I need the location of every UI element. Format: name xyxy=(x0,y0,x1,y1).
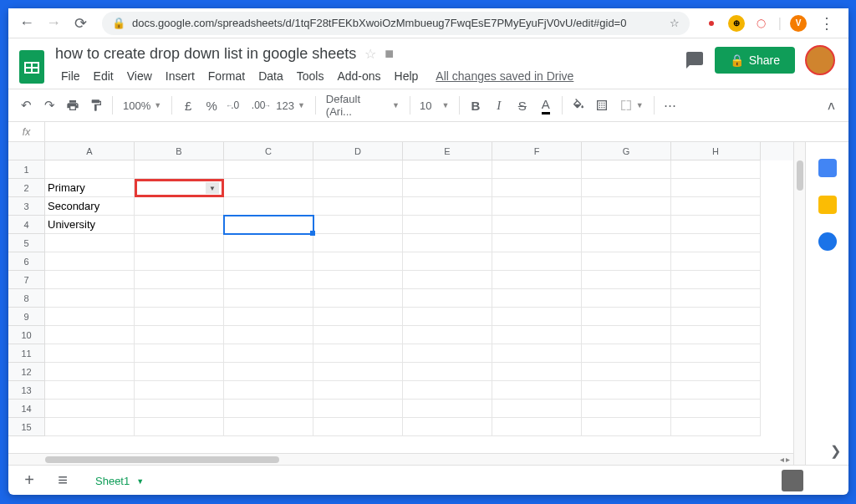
cell[interactable] xyxy=(313,216,403,234)
cell[interactable] xyxy=(671,363,761,381)
extension-icon-2[interactable]: ⊕ xyxy=(728,15,745,32)
cell[interactable] xyxy=(671,160,761,179)
column-header-F[interactable]: F xyxy=(492,142,582,160)
cell[interactable] xyxy=(313,179,403,197)
menu-insert[interactable]: Insert xyxy=(160,66,201,86)
undo-button[interactable]: ↶ xyxy=(15,94,37,116)
cell[interactable] xyxy=(403,363,492,381)
cell[interactable] xyxy=(403,400,492,418)
cell[interactable] xyxy=(313,381,403,400)
menu-help[interactable]: Help xyxy=(389,66,425,86)
cell[interactable] xyxy=(671,326,761,344)
cell[interactable] xyxy=(582,326,671,344)
cell[interactable] xyxy=(45,308,135,326)
increase-decimal-button[interactable]: .00→ xyxy=(247,94,269,116)
saved-status[interactable]: All changes saved in Drive xyxy=(436,69,573,83)
sheet-tab[interactable]: Sheet1▼ xyxy=(84,468,155,492)
cell[interactable] xyxy=(582,308,671,326)
zoom-dropdown[interactable]: 100%▼ xyxy=(118,99,166,112)
cell[interactable] xyxy=(403,252,492,271)
horizontal-scrollbar[interactable]: ◂▸ xyxy=(8,453,793,465)
cell[interactable] xyxy=(224,418,313,436)
column-header-H[interactable]: H xyxy=(671,142,761,160)
cell[interactable] xyxy=(582,234,671,252)
cell[interactable] xyxy=(492,160,582,179)
cell[interactable] xyxy=(582,381,671,400)
number-format-dropdown[interactable]: 123▼ xyxy=(271,99,310,112)
sheets-logo[interactable] xyxy=(15,45,48,89)
cell[interactable] xyxy=(313,326,403,344)
cell[interactable] xyxy=(135,308,224,326)
cell[interactable] xyxy=(135,216,224,234)
cell[interactable] xyxy=(403,418,492,436)
cell[interactable] xyxy=(671,252,761,271)
merge-cells-button[interactable]: ▼ xyxy=(614,99,649,112)
percent-button[interactable]: % xyxy=(201,94,222,116)
menu-tools[interactable]: Tools xyxy=(291,66,330,86)
cell[interactable] xyxy=(313,308,403,326)
cell[interactable] xyxy=(492,234,582,252)
reload-button[interactable]: ⟳ xyxy=(69,12,92,35)
cell[interactable] xyxy=(403,308,492,326)
row-header[interactable]: 6 xyxy=(8,252,45,271)
cell[interactable]: Secondary xyxy=(45,197,135,216)
font-size-dropdown[interactable]: 10▼ xyxy=(415,99,454,112)
keep-icon[interactable] xyxy=(818,196,837,214)
cell[interactable] xyxy=(224,400,313,418)
cell[interactable] xyxy=(671,271,761,289)
extension-icon-1[interactable] xyxy=(703,15,720,32)
chrome-menu-icon[interactable]: ⋮ xyxy=(815,12,838,35)
cell[interactable] xyxy=(135,252,224,271)
cell[interactable] xyxy=(224,160,313,179)
cell[interactable] xyxy=(135,400,224,418)
cell[interactable] xyxy=(224,326,313,344)
column-header-E[interactable]: E xyxy=(403,142,492,160)
cell[interactable] xyxy=(671,289,761,308)
cell[interactable] xyxy=(45,252,135,271)
cell[interactable] xyxy=(313,418,403,436)
folder-icon[interactable]: ■ xyxy=(385,45,394,63)
cell[interactable] xyxy=(135,363,224,381)
cell[interactable] xyxy=(135,234,224,252)
cell[interactable] xyxy=(313,197,403,216)
cell[interactable] xyxy=(492,400,582,418)
cell[interactable] xyxy=(403,381,492,400)
column-header-G[interactable]: G xyxy=(582,142,671,160)
cell[interactable] xyxy=(224,252,313,271)
cell[interactable] xyxy=(492,344,582,363)
row-header[interactable]: 8 xyxy=(8,289,45,308)
bold-button[interactable]: B xyxy=(465,94,487,116)
cell[interactable] xyxy=(313,400,403,418)
cell[interactable] xyxy=(45,271,135,289)
currency-button[interactable]: £ xyxy=(177,94,199,116)
row-header[interactable]: 9 xyxy=(8,308,45,326)
document-title[interactable]: how to create drop down list in google s… xyxy=(55,45,356,63)
cell[interactable] xyxy=(45,363,135,381)
cell[interactable] xyxy=(224,197,313,216)
cell[interactable] xyxy=(224,308,313,326)
cell[interactable] xyxy=(313,252,403,271)
cell[interactable] xyxy=(492,363,582,381)
cell[interactable] xyxy=(45,234,135,252)
cell[interactable] xyxy=(224,271,313,289)
cell[interactable] xyxy=(224,216,313,234)
cell[interactable] xyxy=(492,271,582,289)
cell[interactable] xyxy=(582,197,671,216)
column-header-B[interactable]: B xyxy=(135,142,224,160)
cell[interactable] xyxy=(224,179,313,197)
decrease-decimal-button[interactable]: .0← xyxy=(224,94,246,116)
cell[interactable] xyxy=(671,197,761,216)
strikethrough-button[interactable]: S xyxy=(512,94,533,116)
add-sheet-button[interactable]: + xyxy=(17,468,42,493)
cell[interactable] xyxy=(135,289,224,308)
menu-view[interactable]: View xyxy=(121,66,158,86)
row-header[interactable]: 12 xyxy=(8,363,45,381)
cell[interactable] xyxy=(403,234,492,252)
profile-avatar[interactable]: V xyxy=(790,15,807,32)
cell[interactable] xyxy=(582,400,671,418)
all-sheets-button[interactable]: ≡ xyxy=(50,468,75,493)
back-button[interactable]: ← xyxy=(15,12,38,35)
cell[interactable] xyxy=(224,363,313,381)
cell[interactable] xyxy=(671,308,761,326)
cell[interactable] xyxy=(492,326,582,344)
